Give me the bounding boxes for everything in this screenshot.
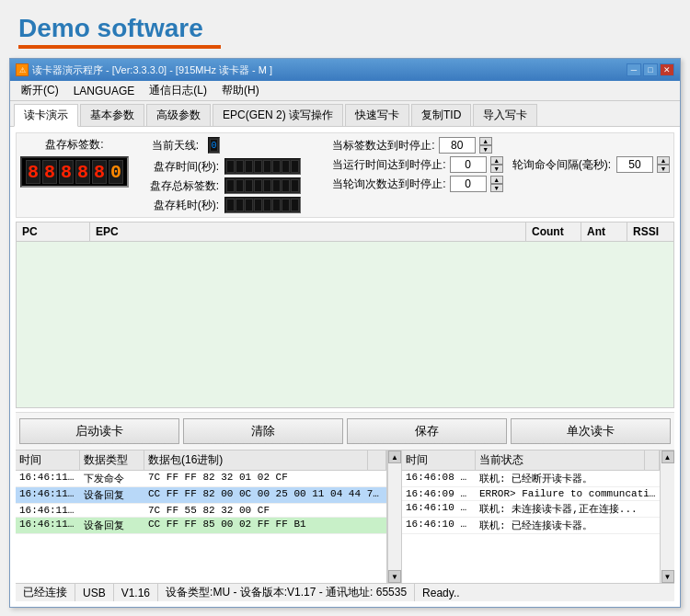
tab-bar: 读卡演示 基本参数 高级参数 EPC(GEN 2) 读写操作 快速写卡 复制TI… — [10, 101, 680, 127]
log-r-time-3: 16:46:10 419 — [402, 501, 476, 517]
tt-d6 — [272, 179, 281, 192]
tt-d8 — [291, 179, 299, 192]
antenna-lcd: 0 — [208, 137, 220, 154]
log-data-1: 7C FF FF 82 32 01 02 CF — [144, 471, 386, 486]
log-time-2: 16:46:11 846 — [16, 487, 80, 503]
button-row: 启动读卡 清除 保存 单次读卡 — [16, 412, 674, 450]
st-d2 — [236, 160, 244, 173]
single-read-button[interactable]: 单次读卡 — [511, 418, 671, 444]
tab-copy-tid[interactable]: 复制TID — [411, 104, 471, 126]
stop-tag-up[interactable]: ▲ — [479, 137, 492, 145]
save-button[interactable]: 保存 — [347, 418, 507, 444]
log-right-header: 时间 当前状态 — [402, 451, 660, 471]
log-r-col-status: 当前状态 — [476, 451, 645, 470]
status-device: 设备类型:MU - 设备版本:V1.17 - 通讯地址: 65535 — [158, 584, 415, 601]
interval-input[interactable]: 50 — [616, 156, 653, 173]
main-content: 盘存标签数: 8 8 8 8 8 0 当前天线: — [10, 127, 680, 607]
sd-d2 — [236, 199, 244, 211]
log-right-body: 16:46:08 910 联机: 已经断开读卡器。 16:46:09 135 E… — [402, 471, 660, 583]
log-row-4: 16:46:11 950 设备回复 CC FF FF 85 00 02 FF F… — [16, 518, 386, 534]
status-ready: Ready.. — [415, 584, 674, 601]
log-r-row-1: 16:46:08 910 联机: 已经断开读卡器。 — [402, 471, 660, 487]
stop-tag-label: 当标签数达到时停止: — [332, 138, 434, 154]
title-bar-controls: ─ □ ✕ — [627, 63, 674, 76]
tt-d2 — [236, 179, 244, 192]
close-button[interactable]: ✕ — [660, 63, 674, 76]
stop-tag-down[interactable]: ▼ — [479, 145, 492, 154]
log-left: 时间 数据类型 数据包(16进制) 16:46:11 825 下发命令 7C F… — [16, 451, 387, 583]
menu-language[interactable]: LANGUAGE — [66, 84, 143, 98]
sd-d8 — [291, 199, 299, 211]
menu-disconnect[interactable]: 断开(C) — [14, 82, 66, 99]
table-body — [17, 242, 673, 407]
antenna-display: 0 — [208, 137, 220, 154]
tt-d1 — [226, 179, 235, 192]
stop-round-down[interactable]: ▼ — [490, 184, 503, 192]
log-col-time: 时间 — [16, 451, 80, 470]
tab-basic-params[interactable]: 基本参数 — [80, 104, 144, 126]
right-log-scrollbar[interactable]: ▲ ▼ — [660, 451, 674, 583]
status-version: V1.16 — [114, 584, 158, 601]
tab-card-demo[interactable]: 读卡演示 — [14, 104, 78, 127]
ant-digit: 0 — [210, 139, 218, 152]
stop-round-input[interactable]: 0 — [450, 176, 487, 192]
maximize-button[interactable]: □ — [643, 63, 658, 76]
clear-button[interactable]: 清除 — [183, 418, 343, 444]
log-r-col-scroll — [645, 451, 660, 470]
stop-run-input[interactable]: 0 — [450, 156, 487, 173]
tab-fast-write[interactable]: 快速写卡 — [345, 104, 409, 126]
minimize-button[interactable]: ─ — [627, 63, 641, 76]
r-scroll-down-btn[interactable]: ▼ — [661, 570, 674, 583]
tab-advanced-params[interactable]: 高级参数 — [146, 104, 211, 126]
stop-round-spinner: ▲ ▼ — [490, 176, 503, 192]
params-middle: 当前天线: 0 盘存时间(秒): — [136, 137, 325, 213]
tt-d3 — [245, 179, 253, 192]
tab-epc-rw[interactable]: EPC(GEN 2) 读写操作 — [213, 104, 343, 126]
current-ant-label: 当前天线: — [136, 138, 199, 154]
log-type-4: 设备回复 — [80, 518, 144, 533]
log-time-1: 16:46:11 825 — [16, 471, 80, 486]
interval-down[interactable]: ▼ — [657, 165, 670, 173]
tag-count-label: 盘存标签数: — [45, 137, 103, 153]
log-type-1: 下发命令 — [80, 471, 144, 486]
st-d6 — [272, 160, 281, 173]
total-tags-row: 盘存总标签数: — [136, 177, 325, 194]
stop-run-up[interactable]: ▲ — [490, 156, 503, 165]
sd-d1 — [226, 199, 235, 211]
menu-log[interactable]: 通信日志(L) — [142, 82, 214, 99]
stop-tag-input[interactable]: 80 — [439, 137, 476, 154]
log-data-2: CC FF FF 82 00 0C 00 25 00 11 04 44 73 3… — [144, 487, 386, 503]
sd-d4 — [254, 199, 262, 211]
log-row-1: 16:46:11 825 下发命令 7C FF FF 82 32 01 02 C… — [16, 471, 386, 487]
params-far-right: 当标签数达到时停止: 80 ▲ ▼ 当运行时间达到时停止: 0 ▲ ▼ — [332, 137, 670, 213]
tag-count-lcd: 8 8 8 8 8 0 — [20, 156, 129, 188]
st-d1 — [226, 160, 235, 173]
total-tags-label: 盘存总标签数: — [136, 178, 219, 194]
log-section: 时间 数据类型 数据包(16进制) 16:46:11 825 下发命令 7C F… — [16, 450, 674, 583]
title-text: 读卡器演示程序 - [Ver:3.3.3.0] - [915MHz 读卡器 - … — [32, 63, 272, 77]
scroll-up-btn[interactable]: ▲ — [388, 451, 401, 463]
stop-round-up[interactable]: ▲ — [490, 176, 503, 184]
col-epc: EPC — [90, 222, 526, 241]
tab-import[interactable]: 导入写卡 — [473, 104, 537, 126]
left-log-scrollbar[interactable]: ▲ ▼ — [387, 451, 402, 583]
log-r-time-2: 16:46:09 135 — [402, 487, 476, 500]
app-icon: ⚠ — [16, 63, 29, 76]
interval-up[interactable]: ▲ — [657, 156, 670, 165]
stop-tag-row: 当标签数达到时停止: 80 ▲ ▼ — [332, 137, 670, 154]
st-d8 — [291, 160, 299, 173]
log-r-time-4: 16:46:10 655 — [402, 518, 476, 533]
col-rssi: RSSI — [627, 222, 673, 241]
log-r-row-2: 16:46:09 135 ERROR> Failure to communcat… — [402, 487, 660, 501]
store-duration-row: 盘存耗时(秒): — [136, 197, 325, 213]
scroll-down-btn[interactable]: ▼ — [388, 570, 401, 583]
stop-run-down[interactable]: ▼ — [490, 165, 503, 173]
r-scroll-up-btn[interactable]: ▲ — [661, 451, 674, 463]
start-card-button[interactable]: 启动读卡 — [19, 418, 179, 444]
log-time-4: 16:46:11 950 — [16, 518, 80, 533]
log-left-body: 16:46:11 825 下发命令 7C FF FF 82 32 01 02 C… — [16, 471, 386, 583]
menu-help[interactable]: 帮助(H) — [214, 82, 267, 99]
log-type-3 — [80, 504, 144, 517]
store-time-label: 盘存时间(秒): — [136, 159, 219, 175]
log-data-4: CC FF FF 85 00 02 FF FF B1 — [144, 518, 386, 533]
